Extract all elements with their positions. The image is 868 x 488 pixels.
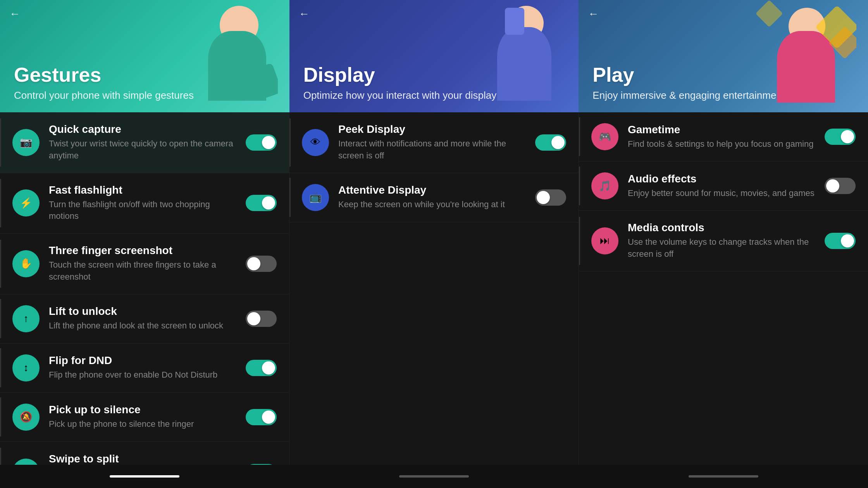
gametime-name: Gametime <box>628 124 815 136</box>
three-finger-screenshot-desc: Touch the screen with three fingers to t… <box>49 259 236 283</box>
peek-display-toggle-thumb <box>551 136 565 149</box>
setting-quick-capture[interactable]: 📷 Quick capture Twist your wrist twice q… <box>0 112 289 173</box>
panel-play[interactable]: ← Play Enjoy immersive & engaging entert… <box>579 0 868 112</box>
divider <box>0 348 1 387</box>
attentive-display-toggle-thumb <box>537 191 550 204</box>
display-illustration <box>451 0 567 112</box>
gametime-desc: Find tools & settings to help you focus … <box>628 138 815 150</box>
gestures-back-button[interactable]: ← <box>9 8 20 20</box>
three-finger-screenshot-icon: ✋ <box>12 250 40 277</box>
quick-capture-icon: 📷 <box>12 129 40 156</box>
fast-flashlight-icon: ⚡ <box>12 189 40 217</box>
setting-media-controls[interactable]: ⏭ Media controls Use the volume keys to … <box>579 211 868 271</box>
attentive-display-icon: 📺 <box>302 184 329 211</box>
pick-up-to-silence-toggle-thumb <box>262 411 275 424</box>
lift-to-unlock-desc: Lift the phone and look at the screen to… <box>49 320 236 332</box>
divider <box>579 217 580 265</box>
panel-display[interactable]: ← Display Optimize how you interact with… <box>289 0 579 112</box>
media-controls-desc: Use the volume keys to change tracks whe… <box>628 236 815 260</box>
quick-capture-name: Quick capture <box>49 123 236 136</box>
gametime-toggle-thumb <box>841 130 854 143</box>
three-finger-screenshot-toggle-thumb <box>247 257 260 270</box>
pick-up-to-silence-toggle[interactable] <box>246 409 277 425</box>
swipe-to-split-name: Swipe to split <box>49 453 236 465</box>
peek-display-desc: Interact with notifications and more whi… <box>338 138 526 162</box>
peek-display-icon: 👁 <box>302 129 329 156</box>
lift-to-unlock-name: Lift to unlock <box>49 305 236 318</box>
divider <box>579 117 580 156</box>
setting-gametime[interactable]: 🎮 Gametime Find tools & settings to help… <box>579 112 868 162</box>
three-finger-screenshot-toggle[interactable] <box>246 256 277 272</box>
attentive-display-toggle[interactable] <box>535 189 566 206</box>
peek-display-name: Peek Display <box>338 123 526 136</box>
audio-effects-toggle[interactable] <box>825 178 856 194</box>
gametime-icon: 🎮 <box>591 123 618 150</box>
setting-lift-to-unlock[interactable]: ↑ Lift to unlock Lift the phone and look… <box>0 294 289 344</box>
lift-to-unlock-toggle-thumb <box>247 312 260 325</box>
fast-flashlight-toggle[interactable] <box>246 195 277 211</box>
pick-up-to-silence-icon: 🔕 <box>12 404 40 431</box>
panels-row: ← Gestures Control your phone with simpl… <box>0 0 868 112</box>
quick-capture-toggle[interactable] <box>246 134 277 151</box>
setting-peek-display[interactable]: 👁 Peek Display Interact with notificatio… <box>289 112 579 173</box>
flip-for-dnd-name: Flip for DND <box>49 354 236 367</box>
divider <box>289 178 291 217</box>
lift-to-unlock-icon: ↑ <box>12 305 40 332</box>
media-controls-toggle-thumb <box>841 234 854 247</box>
setting-swipe-to-split[interactable]: ⟺ Swipe to split See apps in split scree… <box>0 442 289 465</box>
divider <box>579 167 580 206</box>
flip-for-dnd-icon: ↕ <box>12 354 40 381</box>
attentive-display-name: Attentive Display <box>338 184 526 196</box>
play-illustration <box>725 0 856 112</box>
panel-gestures[interactable]: ← Gestures Control your phone with simpl… <box>0 0 289 112</box>
setting-fast-flashlight[interactable]: ⚡ Fast flashlight Turn the flashlight on… <box>0 173 289 234</box>
gestures-column: 📷 Quick capture Twist your wrist twice q… <box>0 112 289 465</box>
divider <box>0 119 1 167</box>
divider <box>0 179 1 227</box>
quick-capture-toggle-thumb <box>262 136 275 149</box>
setting-pick-up-to-silence[interactable]: 🔕 Pick up to silence Pick up the phone t… <box>0 393 289 442</box>
flip-for-dnd-desc: Flip the phone over to enable Do Not Dis… <box>49 369 236 381</box>
pick-up-to-silence-desc: Pick up the phone to silence the ringer <box>49 418 236 430</box>
display-column: 👁 Peek Display Interact with notificatio… <box>289 112 579 465</box>
pick-up-to-silence-name: Pick up to silence <box>49 404 236 416</box>
attentive-display-desc: Keep the screen on while you're looking … <box>338 199 526 211</box>
setting-flip-for-dnd[interactable]: ↕ Flip for DND Flip the phone over to en… <box>0 344 289 393</box>
bottom-indicator-display <box>399 475 469 478</box>
divider <box>0 240 1 288</box>
play-back-button[interactable]: ← <box>588 8 599 20</box>
audio-effects-name: Audio effects <box>628 173 815 185</box>
divider <box>0 448 1 465</box>
fast-flashlight-toggle-thumb <box>262 196 275 210</box>
media-controls-icon: ⏭ <box>591 227 618 254</box>
swipe-to-split-icon: ⟺ <box>12 459 40 465</box>
gametime-toggle[interactable] <box>825 129 856 145</box>
quick-capture-desc: Twist your wrist twice quickly to open t… <box>49 138 236 162</box>
divider <box>289 119 291 167</box>
setting-audio-effects[interactable]: 🎵 Audio effects Enjoy better sound for m… <box>579 162 868 211</box>
bottom-indicator-play <box>689 475 758 478</box>
setting-three-finger-screenshot[interactable]: ✋ Three finger screenshot Touch the scre… <box>0 234 289 294</box>
divider <box>0 299 1 338</box>
display-back-button[interactable]: ← <box>299 8 310 20</box>
flip-for-dnd-toggle[interactable] <box>246 360 277 376</box>
audio-effects-toggle-thumb <box>826 179 839 192</box>
swipe-to-split-toggle[interactable] <box>246 464 277 465</box>
flip-for-dnd-toggle-thumb <box>262 361 275 375</box>
gestures-illustration <box>162 0 278 112</box>
fast-flashlight-desc: Turn the flashlight on/off with two chop… <box>49 199 236 223</box>
lift-to-unlock-toggle[interactable] <box>246 311 277 327</box>
media-controls-toggle[interactable] <box>825 233 856 249</box>
bottom-bar <box>0 465 868 488</box>
setting-attentive-display[interactable]: 📺 Attentive Display Keep the screen on w… <box>289 173 579 222</box>
three-finger-screenshot-name: Three finger screenshot <box>49 244 236 257</box>
media-controls-name: Media controls <box>628 222 815 234</box>
peek-display-toggle[interactable] <box>535 134 566 151</box>
content-area: 📷 Quick capture Twist your wrist twice q… <box>0 112 868 465</box>
audio-effects-desc: Enjoy better sound for music, movies, an… <box>628 187 815 199</box>
play-column: 🎮 Gametime Find tools & settings to help… <box>579 112 868 465</box>
fast-flashlight-name: Fast flashlight <box>49 184 236 196</box>
divider <box>0 397 1 436</box>
bottom-indicator-gestures <box>110 475 179 478</box>
audio-effects-icon: 🎵 <box>591 172 618 199</box>
